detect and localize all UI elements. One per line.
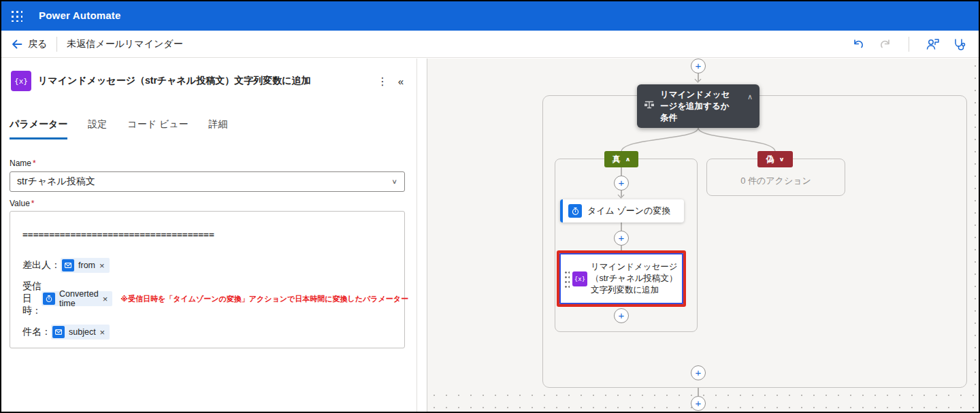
connector-line	[621, 222, 622, 231]
canvas-dot-grid	[969, 60, 979, 386]
remove-token-icon[interactable]: ×	[100, 328, 105, 337]
back-label: 戻る	[28, 38, 47, 50]
app-title: Power Automate	[39, 10, 121, 21]
flow-toolbar: 戻る 未返信メールリマインダー	[0, 31, 980, 58]
redo-button[interactable]	[872, 34, 899, 54]
dynamic-token-converted-time[interactable]: Converted time ×	[42, 291, 112, 306]
insert-action-button[interactable]: +	[691, 365, 706, 380]
sender-label: 差出人：	[22, 259, 61, 271]
tab-code-view[interactable]: コード ビュー	[127, 118, 188, 139]
outlook-icon	[52, 326, 65, 338]
more-actions-button[interactable]: ⋮	[373, 75, 392, 88]
waffle-menu-icon[interactable]	[10, 10, 22, 22]
variable-action-icon: {x}	[11, 71, 31, 91]
tab-settings[interactable]: 設定	[88, 118, 107, 139]
subject-row: 件名： subject ×	[22, 325, 393, 340]
flow-checker-button[interactable]	[946, 34, 973, 54]
chevron-down-icon: ∨	[391, 178, 397, 185]
timezone-clock-icon	[568, 204, 582, 218]
drag-handle-icon[interactable]	[564, 270, 570, 288]
false-branch-empty-text: 0 件のアクション	[740, 168, 811, 187]
append-variable-action-label: リマインドメッセージ（strチャネル投稿文）文字列変数に追加	[591, 261, 679, 296]
condition-icon	[644, 99, 655, 113]
name-field-label: Name*	[10, 159, 36, 168]
name-select-value: strチャネル投稿文	[17, 176, 95, 188]
person-flag-icon	[925, 37, 940, 51]
panel-tabs: パラメーター 設定 コード ビュー 詳細	[10, 118, 228, 139]
tab-parameters[interactable]: パラメーター	[10, 118, 67, 139]
highlight-annotation-border: {x} リマインドメッセージ（strチャネル投稿文）文字列変数に追加	[557, 250, 686, 307]
received-label: 受信日時：	[22, 280, 42, 317]
value-field-label: Value*	[10, 199, 34, 208]
tab-about[interactable]: 詳細	[209, 118, 228, 139]
action-config-panel: {x} リマインドメッセージ（strチャネル投稿文）文字列変数に追加 ⋮ « パ…	[0, 59, 417, 413]
undo-icon	[851, 37, 865, 51]
remove-token-icon[interactable]: ×	[103, 295, 108, 303]
insert-action-button[interactable]: +	[691, 396, 706, 411]
dynamic-token-subject[interactable]: subject ×	[51, 325, 110, 340]
token-label: Converted time	[59, 289, 99, 308]
required-asterisk: *	[33, 159, 36, 168]
chevron-up-icon: ∧	[625, 156, 630, 162]
insert-action-button[interactable]: +	[614, 176, 629, 191]
remove-token-icon[interactable]: ×	[99, 261, 105, 270]
branch-connectors	[585, 128, 811, 152]
outlook-icon	[62, 259, 74, 271]
redo-icon	[879, 37, 892, 51]
append-variable-action-card[interactable]: {x} リマインドメッセージ（strチャネル投稿文）文字列変数に追加	[559, 253, 683, 304]
flow-title: 未返信メールリマインダー	[67, 38, 182, 50]
false-branch-badge[interactable]: 偽 ∨	[757, 151, 793, 167]
toolbar-divider	[909, 37, 909, 52]
toolbar-divider	[56, 37, 57, 52]
back-button[interactable]: 戻る	[11, 38, 47, 50]
panel-header: {x} リマインドメッセージ（strチャネル投稿文）文字列変数に追加 ⋮ «	[11, 71, 410, 91]
action-title: リマインドメッセージ（strチャネル投稿文）文字列変数に追加	[38, 75, 311, 87]
connector-line	[621, 246, 622, 250]
back-arrow-icon	[11, 38, 23, 50]
separator-line: ====================================	[22, 229, 393, 239]
subject-label: 件名：	[22, 326, 51, 338]
collapse-panel-button[interactable]: «	[392, 76, 410, 87]
timezone-action-card[interactable]: タイム ゾーンの変換	[560, 199, 684, 222]
chevron-down-icon: ∨	[779, 156, 784, 162]
connector-line	[698, 388, 699, 396]
app-bar: Power Automate	[0, 0, 980, 31]
insert-action-button[interactable]: +	[614, 231, 629, 246]
insert-action-button[interactable]: +	[691, 59, 706, 73]
undo-button[interactable]	[845, 34, 872, 54]
timezone-action-label: タイム ゾーンの変換	[587, 205, 670, 217]
sender-row: 差出人： from ×	[22, 258, 393, 273]
stethoscope-icon	[953, 37, 966, 51]
clock-icon	[43, 293, 55, 305]
received-annotation: ※受信日時を「タイムゾーンの変換」アクションで日本時間に変換したパラメーター	[120, 294, 408, 304]
variable-action-icon: {x}	[572, 271, 587, 286]
value-editor[interactable]: ==================================== 差出人…	[10, 211, 405, 348]
name-select[interactable]: strチャネル投稿文 ∨	[10, 171, 405, 192]
send-copy-button[interactable]	[919, 34, 946, 54]
condition-node[interactable]: リマインドメッセージを追加するか 条件 ∧	[637, 84, 760, 128]
insert-action-button[interactable]: +	[614, 308, 629, 323]
required-asterisk: *	[31, 199, 35, 208]
power-automate-designer: Power Automate 戻る 未返信メールリマインダー	[0, 0, 980, 413]
token-label: subject	[69, 327, 96, 337]
received-row: 受信日時： Converted time × ※受信日時を「タイムゾーンの変換」…	[22, 291, 393, 306]
dynamic-token-from[interactable]: from ×	[61, 258, 110, 273]
true-branch-badge[interactable]: 真 ∧	[604, 151, 638, 167]
token-label: from	[78, 261, 95, 270]
condition-title: リマインドメッセージを追加するか 条件	[660, 89, 736, 124]
chevron-up-icon[interactable]: ∧	[747, 93, 753, 101]
connector-line	[621, 167, 622, 176]
